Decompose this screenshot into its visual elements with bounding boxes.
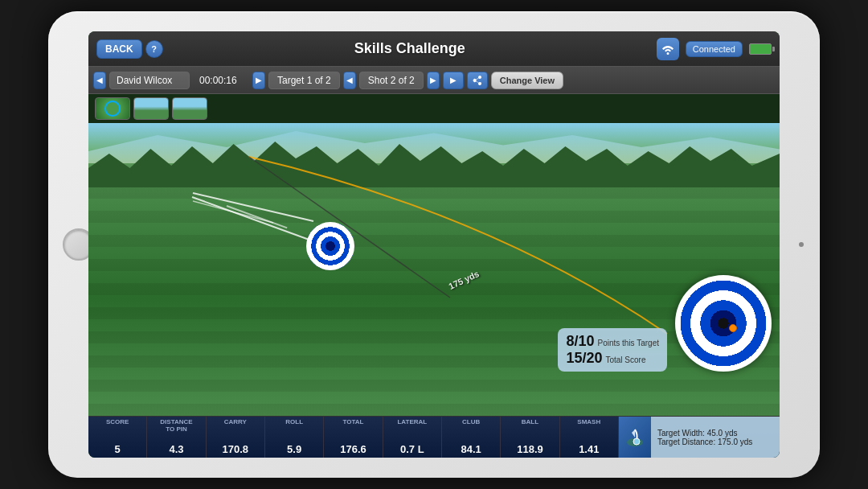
- ball-position: [729, 324, 737, 332]
- points-this-target-value: 8/10: [566, 333, 594, 350]
- screen: BACK ? Skills Challenge Connected ◀ Davi…: [88, 31, 780, 458]
- stat-club-header: CLUB: [462, 419, 480, 426]
- prev-target-button[interactable]: ◀: [343, 72, 356, 89]
- stat-total-value: 176.6: [340, 443, 366, 455]
- total-score-line: 15/20 Total Score: [566, 350, 659, 367]
- share-button[interactable]: [467, 72, 488, 89]
- stat-roll-value: 5.9: [287, 443, 301, 455]
- target-width-label: Target Width: 45.0 yds: [657, 429, 773, 438]
- timer: 00:00:16: [193, 73, 249, 88]
- total-score-label: Total Score: [605, 355, 645, 364]
- sky-trees-background: [88, 123, 780, 187]
- stat-distance-header: DISTANCETO PIN: [160, 419, 192, 434]
- target-distance-label: Target Distance: 175.0 yds: [657, 438, 773, 446]
- stat-score-header: SCORE: [106, 419, 129, 426]
- stat-lateral-value: 0.7 L: [400, 443, 424, 455]
- back-section: BACK ?: [96, 39, 163, 59]
- course-area: 175 yds 8/10 Points this Target 15/20 To…: [88, 123, 780, 416]
- side-view-thumb[interactable]: [133, 97, 169, 120]
- stat-roll: ROLL 5.9: [265, 417, 324, 458]
- stat-smash-header: SMASH: [577, 419, 600, 426]
- top-bar: BACK ? Skills Challenge Connected: [88, 31, 780, 67]
- prev-player-button[interactable]: ◀: [93, 72, 106, 89]
- play-button[interactable]: ▶: [443, 72, 464, 89]
- tablet: BACK ? Skills Challenge Connected ◀ Davi…: [48, 11, 820, 478]
- stat-carry-value: 170.8: [223, 443, 249, 455]
- stats-bar: SCORE 5 DISTANCETO PIN 4.3 CARRY 170.8 R…: [88, 416, 780, 458]
- info-panel-bottom: Target Width: 45.0 yds Target Distance: …: [651, 417, 780, 458]
- course-target: [306, 222, 354, 270]
- stat-ball-value: 118.9: [517, 443, 543, 455]
- target-indicator: Target 1 of 2: [268, 72, 340, 89]
- battery-icon: [749, 43, 772, 55]
- stat-total: TOTAL 176.6: [324, 417, 383, 458]
- golf-icon-area: [619, 417, 651, 458]
- target-rings: [306, 222, 354, 270]
- stat-smash-value: 1.41: [579, 443, 599, 455]
- stat-score-value: 5: [115, 443, 121, 455]
- stat-ball-header: BALL: [522, 419, 538, 426]
- stat-roll-header: ROLL: [285, 419, 303, 426]
- points-this-target-label: Points this Target: [597, 339, 659, 347]
- large-target: [675, 275, 772, 372]
- stat-ball: BALL 118.9: [501, 417, 559, 458]
- stat-total-header: TOTAL: [343, 419, 364, 426]
- connected-badge: Connected: [686, 41, 743, 57]
- stat-club: CLUB 84.1: [442, 417, 501, 458]
- next-player-button[interactable]: ▶: [252, 72, 265, 89]
- thumbnail-bar: [88, 94, 780, 123]
- stat-lateral-header: LATERAL: [397, 419, 427, 426]
- stat-carry-header: CARRY: [224, 419, 247, 426]
- stat-lateral: LATERAL 0.7 L: [383, 417, 442, 458]
- shot-indicator: Shot 2 of 2: [359, 72, 424, 89]
- behind-view-thumb[interactable]: [172, 97, 207, 120]
- aerial-view-thumb[interactable]: [95, 97, 130, 120]
- player-name: David Wilcox: [109, 72, 190, 89]
- stat-club-value: 84.1: [461, 443, 481, 455]
- stat-smash: SMASH 1.41: [560, 417, 619, 458]
- large-target-rings: [675, 275, 772, 372]
- score-panel: 8/10 Points this Target 15/20 Total Scor…: [558, 328, 667, 372]
- info-bar: ◀ David Wilcox 00:00:16 ▶ Target 1 of 2 …: [88, 67, 780, 94]
- back-button[interactable]: BACK: [96, 39, 142, 59]
- stat-carry: CARRY 170.8: [207, 417, 265, 458]
- wifi-icon: [657, 38, 679, 60]
- change-view-button[interactable]: Change View: [491, 72, 563, 89]
- top-right-section: Connected: [657, 38, 772, 60]
- help-button[interactable]: ?: [145, 40, 163, 58]
- stat-distance-to-pin: DISTANCETO PIN 4.3: [147, 417, 206, 458]
- stat-score: SCORE 5: [88, 417, 147, 458]
- camera-dot: [799, 242, 804, 247]
- page-title: Skills Challenge: [354, 40, 465, 57]
- total-score-value: 15/20: [566, 350, 602, 367]
- points-this-target-line: 8/10 Points this Target: [566, 333, 659, 350]
- stat-distance-value: 4.3: [169, 443, 183, 455]
- next-shot-button[interactable]: ▶: [427, 72, 440, 89]
- svg-point-1: [633, 438, 640, 445]
